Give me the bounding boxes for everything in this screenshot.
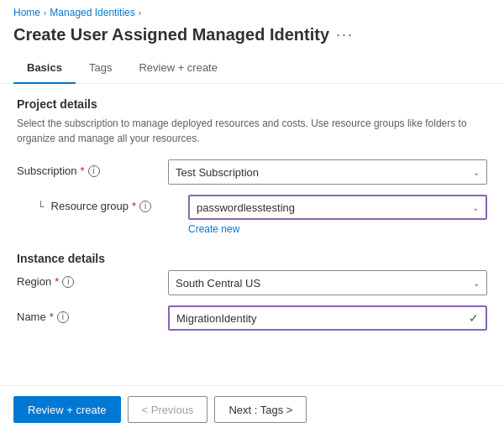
breadcrumb-managed-identities[interactable]: Managed Identities — [50, 7, 134, 18]
instance-section-title: Instance details — [17, 252, 487, 265]
create-new-link[interactable]: Create new — [188, 223, 487, 235]
page-title: Create User Assigned Managed Identity — [13, 25, 329, 44]
content-area: Project details Select the subscription … — [0, 84, 504, 385]
subscription-info-icon[interactable]: i — [88, 165, 100, 177]
resource-group-chevron-icon: ⌄ — [472, 203, 479, 212]
previous-button[interactable]: < Previous — [128, 396, 208, 423]
resource-group-value: passwordlesstesting — [197, 201, 295, 214]
resource-group-control: passwordlesstesting ⌄ Create new — [188, 195, 487, 235]
subscription-control: Test Subscription ⌄ — [168, 159, 487, 185]
region-row: Region * i South Central US ⌄ — [17, 270, 487, 295]
breadcrumb-sep-1: › — [44, 8, 46, 18]
tab-bar: Basics Tags Review + create — [0, 55, 504, 84]
tab-tags[interactable]: Tags — [76, 55, 125, 84]
subscription-label: Subscription * i — [17, 159, 168, 177]
region-control: South Central US ⌄ — [168, 270, 487, 295]
project-section-title: Project details — [17, 97, 487, 111]
resource-group-required: * — [132, 200, 136, 212]
name-input[interactable]: MigrationIdentity ✓ — [168, 305, 487, 331]
subscription-required: * — [81, 164, 85, 177]
region-dropdown[interactable]: South Central US ⌄ — [168, 270, 487, 295]
region-info-icon[interactable]: i — [62, 276, 74, 288]
region-value: South Central US — [176, 277, 260, 290]
breadcrumb-sep-2: › — [139, 8, 141, 18]
subscription-chevron-icon: ⌄ — [473, 168, 480, 177]
subscription-row: Subscription * i Test Subscription ⌄ — [17, 159, 487, 185]
tab-review-create[interactable]: Review + create — [125, 55, 231, 84]
region-chevron-icon: ⌄ — [473, 279, 480, 288]
instance-details-section: Instance details Region * i South Centra… — [17, 252, 487, 331]
review-create-button[interactable]: Review + create — [13, 396, 121, 423]
project-details-section: Project details Select the subscription … — [17, 97, 487, 235]
page-menu-icon[interactable]: ··· — [336, 26, 354, 44]
name-label: Name * i — [17, 305, 168, 323]
project-section-description: Select the subscription to manage deploy… — [17, 116, 487, 146]
resource-group-label: Resource group * i — [37, 195, 188, 212]
next-button[interactable]: Next : Tags > — [214, 396, 307, 423]
resource-group-dropdown[interactable]: passwordlesstesting ⌄ — [188, 195, 487, 220]
region-required: * — [55, 275, 59, 288]
name-info-icon[interactable]: i — [57, 311, 69, 323]
name-row: Name * i MigrationIdentity ✓ — [17, 305, 487, 331]
breadcrumb-home[interactable]: Home — [13, 7, 40, 18]
breadcrumb: Home › Managed Identities › — [0, 0, 504, 22]
name-required: * — [50, 310, 54, 323]
resource-group-row: Resource group * i passwordlesstesting ⌄… — [17, 195, 487, 235]
tab-basics[interactable]: Basics — [13, 55, 76, 84]
region-label: Region * i — [17, 270, 168, 288]
name-value: MigrationIdentity — [176, 312, 256, 325]
subscription-dropdown[interactable]: Test Subscription ⌄ — [168, 159, 487, 185]
resource-group-info-icon[interactable]: i — [139, 201, 151, 212]
footer: Review + create < Previous Next : Tags > — [0, 385, 504, 433]
page-title-row: Create User Assigned Managed Identity ··… — [0, 22, 504, 55]
name-control: MigrationIdentity ✓ — [168, 305, 487, 331]
name-check-icon: ✓ — [469, 311, 479, 325]
subscription-value: Test Subscription — [176, 166, 259, 179]
